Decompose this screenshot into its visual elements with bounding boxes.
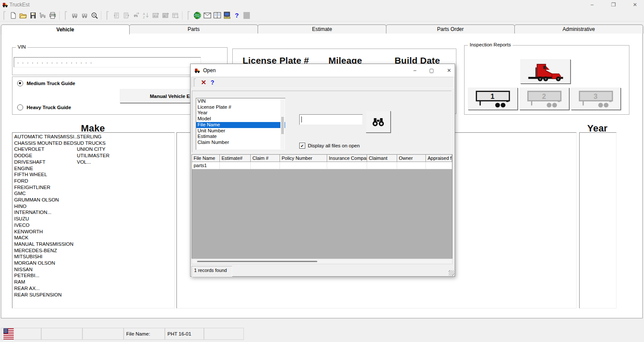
tab-parts-order[interactable]: Parts Order: [386, 24, 515, 34]
results-horizontal-scrollbar[interactable]: [191, 259, 453, 264]
make-item[interactable]: DRIVESHAFT: [12, 159, 75, 165]
make-item[interactable]: ENGINE: [12, 165, 75, 172]
column-header[interactable]: Insurance Company: [327, 155, 367, 162]
column-header[interactable]: File Name: [192, 155, 220, 162]
window-minimize-button[interactable]: –: [587, 2, 597, 8]
year-listbox[interactable]: [579, 132, 617, 308]
tab-estimate[interactable]: Estimate: [258, 24, 386, 34]
search-field-item[interactable]: Model: [196, 116, 285, 122]
make-item[interactable]: MORGAN OLSON: [12, 260, 75, 266]
main-statusbar: File Name: PHT 16-01: [0, 327, 644, 342]
make-item[interactable]: MANUAL TRANSMISSION: [12, 241, 75, 247]
resize-grip[interactable]: [449, 270, 454, 276]
medium-truck-guide-radio[interactable]: [17, 80, 23, 86]
make-item[interactable]: FREIGHTLINER: [12, 184, 75, 191]
make-item[interactable]: GRUMMAN OLSON: [12, 197, 75, 203]
toolbar-separator: [182, 11, 182, 20]
make-item[interactable]: MACK: [12, 235, 75, 241]
column-header[interactable]: Policy Number: [280, 155, 327, 162]
column-header[interactable]: Claimant: [367, 155, 397, 162]
make-item[interactable]: HINO: [12, 203, 75, 210]
make-item[interactable]: MITSUBISHI: [12, 253, 75, 260]
make-item[interactable]: INTERNATION...: [12, 209, 75, 216]
make-item[interactable]: MERCEDES-BENZ: [12, 247, 75, 254]
results-table-row[interactable]: parts1: [192, 162, 452, 169]
column-header[interactable]: Appraised fo: [426, 155, 452, 162]
make-item[interactable]: ISUZU: [12, 216, 75, 222]
search-field-item[interactable]: Claim Number: [196, 140, 285, 146]
make-item[interactable]: RAM: [12, 279, 75, 285]
toolbar-grip[interactable]: [65, 11, 67, 20]
make-item[interactable]: UTILIMASTER: [75, 153, 170, 159]
search-field-listbox[interactable]: VINLicense Plate #YearModelFile NameUnit…: [196, 98, 286, 150]
search-field-item[interactable]: File Name: [196, 122, 285, 128]
make-item[interactable]: PETERBI...: [12, 272, 75, 279]
search-field-item[interactable]: Unit Number: [196, 128, 285, 134]
trailer-3-icon: 3: [576, 90, 616, 108]
dialog-close-button[interactable]: ✕: [447, 67, 451, 73]
ledger-icon[interactable]: [212, 10, 222, 20]
column-header[interactable]: Owner: [397, 155, 426, 162]
search-field-item[interactable]: License Plate #: [196, 104, 285, 110]
tractor-inspection-button[interactable]: [520, 59, 571, 84]
globe-icon[interactable]: [192, 10, 202, 20]
search-field-item[interactable]: Estimate: [196, 134, 285, 140]
search-field-item[interactable]: Year: [196, 110, 285, 116]
print-icon[interactable]: [48, 10, 58, 20]
toolbar-grip[interactable]: [3, 11, 6, 20]
zoom-icon[interactable]: [89, 10, 99, 20]
trailer-1-inspection-button[interactable]: 1: [468, 88, 518, 110]
page-import-icon: [111, 10, 121, 20]
save-icon[interactable]: [28, 10, 38, 20]
dialog-help-icon[interactable]: ?: [211, 79, 215, 86]
make-item[interactable]: STERLING: [75, 134, 170, 140]
dialog-toolbar-grip[interactable]: [194, 78, 196, 87]
window-close-button[interactable]: ✕: [630, 2, 640, 8]
toolbar-grip[interactable]: [188, 11, 190, 20]
make-item[interactable]: FORD: [12, 178, 75, 184]
make-item[interactable]: KENWORTH: [12, 229, 75, 235]
scrollbar-thumb[interactable]: [197, 261, 317, 262]
dialog-cancel-icon[interactable]: ✕: [201, 79, 207, 86]
make-item[interactable]: UD TRUCKS: [75, 140, 170, 147]
make-item[interactable]: UNION CITY: [75, 146, 170, 153]
heavy-truck-guide-radio[interactable]: [17, 104, 23, 110]
make-item[interactable]: DODGE: [12, 153, 75, 159]
make-item[interactable]: FIFTH WHEEL: [12, 171, 75, 178]
tab-administrative[interactable]: Administrative: [514, 24, 643, 34]
records-found-status: 1 records found: [191, 266, 232, 277]
computer-icon[interactable]: [222, 10, 232, 20]
vin-input[interactable]: · · · · · · · · · · · · · · · ·: [14, 57, 201, 67]
make-item[interactable]: AUTOMATIC TRANSMISSI...: [12, 134, 75, 140]
search-field-scrollbar[interactable]: [280, 99, 285, 149]
dialog-minimize-button[interactable]: –: [413, 67, 416, 73]
tab-vehicle[interactable]: Vehicle: [1, 24, 130, 34]
make-item[interactable]: CHEVROLET: [12, 146, 75, 153]
make-item[interactable]: IVECO: [12, 222, 75, 229]
search-button[interactable]: [366, 111, 391, 133]
tab-parts[interactable]: Parts: [129, 24, 258, 34]
display-all-files-checkbox[interactable]: ✔: [299, 143, 305, 149]
make-item[interactable]: REAR AX...: [12, 285, 75, 292]
make-item[interactable]: CHASSIS MOUNTED BEDS: [12, 140, 75, 147]
make-item[interactable]: NISSAN: [12, 266, 75, 273]
window-restore-button[interactable]: ❐: [609, 2, 618, 8]
column-header[interactable]: Estimate#: [220, 155, 251, 162]
image-export-icon: [161, 10, 170, 20]
make-item[interactable]: VOL...: [75, 159, 170, 165]
help-icon[interactable]: ?: [232, 10, 242, 20]
search-field-item[interactable]: VIN: [196, 98, 285, 104]
open-dialog: Open – ▢ ✕ ✕ ? VINLicense Plate #YearMod…: [190, 64, 455, 277]
make-listbox[interactable]: AUTOMATIC TRANSMISSI...CHASSIS MOUNTED B…: [12, 132, 175, 308]
mail-icon[interactable]: [202, 10, 212, 20]
make-item[interactable]: GMC: [12, 190, 75, 197]
toolbar-grip[interactable]: [106, 11, 109, 20]
search-input[interactable]: [299, 114, 363, 125]
make-item[interactable]: REAR SUSPENSION: [12, 292, 75, 298]
new-file-icon[interactable]: [8, 10, 18, 20]
table-cell: [327, 162, 367, 169]
open-dialog-titlebar[interactable]: Open – ▢ ✕: [191, 64, 455, 76]
column-header[interactable]: Claim #: [251, 155, 280, 162]
dialog-maximize-button[interactable]: ▢: [429, 67, 434, 73]
open-folder-icon[interactable]: [18, 10, 28, 20]
